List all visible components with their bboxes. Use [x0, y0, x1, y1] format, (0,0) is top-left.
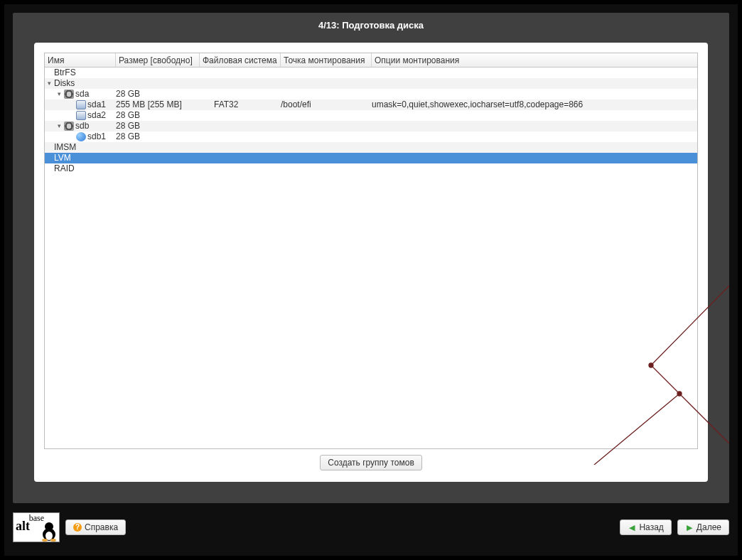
expander-icon[interactable] — [46, 166, 53, 172]
installer-panel: 4/13: Подготовка диска Имя Размер [свобо… — [13, 13, 729, 503]
content-area: Имя Размер [свободно] Файловая система Т… — [34, 43, 708, 482]
col-opts[interactable]: Опции монтирования — [372, 53, 697, 67]
col-mount[interactable]: Точка монтирования — [281, 53, 372, 67]
help-button[interactable]: ? Справка — [65, 519, 126, 535]
tree-row-imsm[interactable]: IMSM — [45, 142, 697, 153]
arrow-left-icon: ◀ — [628, 523, 636, 532]
tree-row-lvm[interactable]: LVM — [45, 153, 697, 163]
tree-row-sdb[interactable]: ▾sdb 28 GB — [45, 121, 697, 131]
expander-icon[interactable] — [46, 144, 53, 151]
tree-row-disks[interactable]: ▾Disks — [45, 78, 697, 89]
partition-icon — [76, 132, 86, 141]
tree-row-sda[interactable]: ▾sda 28 GB — [45, 89, 697, 99]
disk-tree-table[interactable]: Имя Размер [свободно] Файловая система Т… — [44, 53, 698, 449]
table-header: Имя Размер [свободно] Файловая система Т… — [45, 53, 697, 68]
expander-icon[interactable] — [46, 70, 53, 76]
disk-icon — [64, 90, 74, 99]
tree-row-btrfs[interactable]: BtrFS — [45, 68, 697, 78]
expander-icon[interactable] — [46, 155, 53, 161]
arrow-right-icon: ▶ — [685, 523, 694, 532]
col-fs[interactable]: Файловая система — [200, 53, 281, 67]
expander-icon[interactable]: ▾ — [46, 80, 53, 87]
svg-point-3 — [45, 522, 53, 531]
col-size[interactable]: Размер [свободно] — [116, 53, 200, 67]
bottom-bar: base alt ? Справка ◀ Назад ▶ Далее — [13, 507, 729, 547]
tree-row-sda2[interactable]: sda2 28 GB — [45, 110, 697, 121]
svg-point-5 — [42, 539, 48, 542]
tree-row-sda1[interactable]: sda1 255 MB [255 MB] FAT32 /boot/efi uma… — [45, 99, 697, 110]
tree-row-sdb1[interactable]: sdb1 28 GB — [45, 131, 697, 142]
svg-point-4 — [45, 532, 53, 540]
svg-point-6 — [50, 539, 56, 542]
expander-icon[interactable]: ▾ — [56, 123, 63, 129]
back-button[interactable]: ◀ Назад — [620, 519, 671, 535]
col-name[interactable]: Имя — [45, 53, 116, 67]
disk-icon — [64, 122, 74, 131]
next-button[interactable]: ▶ Далее — [677, 519, 729, 535]
tree-row-raid[interactable]: RAID — [45, 163, 697, 174]
basealt-logo: base alt — [13, 512, 60, 542]
help-icon: ? — [73, 523, 82, 532]
page-title: 4/13: Подготовка диска — [13, 13, 729, 41]
penguin-icon — [41, 520, 58, 542]
create-volume-group-button[interactable]: Создать группу томов — [320, 455, 422, 470]
expander-icon[interactable]: ▾ — [56, 91, 63, 97]
partition-icon — [76, 111, 86, 120]
partition-icon — [76, 100, 86, 109]
